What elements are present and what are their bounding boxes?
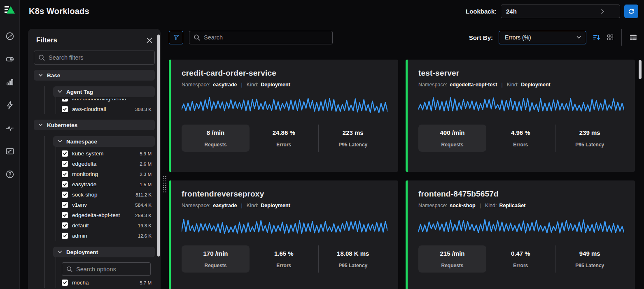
deployment-search-input[interactable] — [76, 266, 153, 273]
filters-panel: Filters Base Agent Tag k8s-onboarding-de… — [28, 29, 161, 289]
search-icon — [66, 266, 72, 272]
latency-stat: 18.08 K msP95 Latency — [319, 245, 388, 273]
filter-option[interactable]: v1env584.4 K — [56, 200, 155, 210]
filters-search-input[interactable] — [49, 54, 150, 61]
filter-option[interactable]: kube-system5.9 M — [56, 148, 155, 159]
workloads-search-input[interactable] — [204, 34, 328, 41]
namespace-value: edgedelta-ebpf-test — [450, 82, 497, 88]
filter-option[interactable]: edgedelta2.6 M — [56, 159, 155, 169]
checkbox-checked[interactable] — [62, 222, 68, 229]
option-count: 12.6 K — [138, 234, 152, 238]
filter-section-base[interactable]: Base — [34, 70, 155, 81]
lookback-label: Lookback: — [466, 8, 497, 15]
errors-stat: 0.47 %Errors — [486, 245, 555, 273]
option-count: 811.2 K — [135, 192, 152, 197]
workload-stats: 400 /minRequests4.96 %Errors239 msP95 La… — [418, 125, 624, 152]
edgedelta-logo[interactable] — [4, 5, 15, 16]
workloads-search[interactable] — [189, 31, 333, 44]
option-count: 584.4 K — [135, 203, 152, 208]
requests-stat: 170 /minRequests — [182, 245, 250, 273]
filter-option[interactable]: sock-shop811.2 K — [56, 190, 155, 200]
requests-stat: 215 /minRequests — [418, 245, 486, 273]
close-icon[interactable] — [146, 37, 153, 44]
chevron-down-icon — [576, 36, 581, 39]
latency-stat: 239 msP95 Latency — [555, 125, 625, 152]
checkbox-checked[interactable] — [62, 99, 68, 102]
workload-stats: 215 /minRequests0.47 %Errors949 msP95 La… — [418, 245, 624, 273]
checkbox-checked[interactable] — [62, 192, 68, 198]
chevron-down-icon — [58, 140, 62, 143]
checkbox-checked[interactable] — [62, 150, 68, 157]
filter-section-kubernetes[interactable]: Kubernetes — [34, 120, 155, 130]
sortby-label: Sort By: — [469, 34, 493, 41]
deployment-search[interactable] — [62, 262, 151, 276]
workload-stats: 170 /minRequests1.65 %Errors18.08 K msP9… — [182, 245, 387, 273]
filters-scrollbar[interactable] — [157, 35, 160, 257]
workload-name: frontendreverseproxy — [182, 190, 387, 199]
workload-meta: Namespace:sock-shop|Kind:ReplicaSet — [418, 203, 624, 208]
requests-sparkline — [418, 96, 624, 118]
events-lightning-icon[interactable] — [5, 100, 15, 110]
metrics-bar-chart-icon[interactable] — [5, 77, 15, 87]
option-count: 5.9 M — [140, 151, 152, 156]
search-icon — [38, 54, 45, 61]
table-view-icon[interactable] — [629, 33, 637, 42]
workload-card[interactable]: frontendreverseproxyNamespace:easytrade|… — [169, 180, 398, 289]
filter-option[interactable]: monitoring2.3 M — [56, 169, 155, 179]
errors-stat: 4.96 %Errors — [486, 125, 555, 152]
kind-value: Deployment — [261, 203, 290, 208]
checkbox-checked[interactable] — [62, 171, 68, 177]
latency-stat: 949 msP95 Latency — [555, 245, 625, 273]
filter-option[interactable]: aws-cloudtrail 308.3 K — [56, 104, 155, 114]
requests-sparkline — [182, 96, 387, 118]
workload-card[interactable]: frontend-8475b5657dNamespace:sock-shop|K… — [406, 180, 635, 289]
help-icon[interactable] — [5, 169, 15, 179]
checkbox-checked[interactable] — [62, 233, 68, 239]
icon-rail — [0, 0, 20, 289]
dashboard-gauge-icon[interactable] — [5, 31, 15, 41]
option-count: 259.3 K — [135, 213, 152, 218]
toolbar-divider — [621, 29, 622, 46]
main-scrollbar[interactable] — [639, 60, 642, 79]
refresh-icon — [628, 8, 635, 15]
checkbox-checked[interactable] — [62, 202, 68, 208]
filter-option[interactable]: default19.3 K — [56, 220, 155, 231]
filter-option[interactable]: k8s-onboarding-demo — [56, 99, 155, 104]
checkbox-checked[interactable] — [62, 106, 68, 112]
filter-section-deployment[interactable]: Deployment — [53, 247, 155, 257]
panel-chart-icon[interactable] — [5, 146, 15, 156]
search-icon — [194, 34, 200, 41]
sortby-select[interactable]: Errors (%) — [499, 31, 586, 44]
lookback-input[interactable] — [501, 5, 620, 18]
refresh-button[interactable] — [624, 5, 638, 18]
filter-option[interactable]: easytrade1.5 M — [56, 179, 155, 190]
checkbox-checked[interactable] — [62, 280, 68, 286]
workload-stats: 8 /minRequests24.86 %Errors223 msP95 Lat… — [182, 125, 387, 152]
checkbox-checked[interactable] — [62, 161, 68, 167]
logs-icon[interactable] — [5, 54, 15, 64]
sort-descending-icon[interactable] — [592, 33, 601, 42]
toggle-filters-button[interactable] — [169, 31, 183, 44]
rail-nav — [5, 31, 15, 179]
funnel-icon — [173, 34, 180, 41]
lookback-value-field[interactable] — [506, 8, 601, 15]
workload-name: test-server — [418, 69, 624, 78]
workload-card[interactable]: credit-card-order-serviceNamespace:easyt… — [169, 60, 398, 172]
filters-search[interactable] — [34, 51, 155, 65]
traces-pulse-icon[interactable] — [5, 123, 15, 133]
checkbox-checked[interactable] — [62, 181, 68, 187]
kind-value: ReplicaSet — [499, 203, 525, 208]
workload-name: frontend-8475b5657d — [418, 190, 624, 199]
filter-option[interactable]: edgedelta-ebpf-test259.3 K — [56, 210, 155, 220]
chevron-down-icon — [58, 250, 62, 254]
grid-view-icon[interactable] — [607, 34, 614, 41]
panel-resize-handle[interactable] — [163, 176, 167, 193]
filter-section-agent-tag[interactable]: Agent Tag — [53, 86, 155, 97]
filter-option[interactable]: admin12.6 K — [56, 231, 155, 241]
checkbox-checked[interactable] — [62, 212, 68, 218]
clipped-list-item: k8s-onboarding-demo — [56, 99, 155, 104]
filter-section-namespace[interactable]: Namespace — [53, 136, 155, 147]
workload-card[interactable]: test-serverNamespace:edgedelta-ebpf-test… — [406, 60, 635, 172]
filter-option[interactable]: mocha 5.7 M — [56, 277, 155, 288]
requests-stat: 400 /minRequests — [418, 125, 486, 152]
